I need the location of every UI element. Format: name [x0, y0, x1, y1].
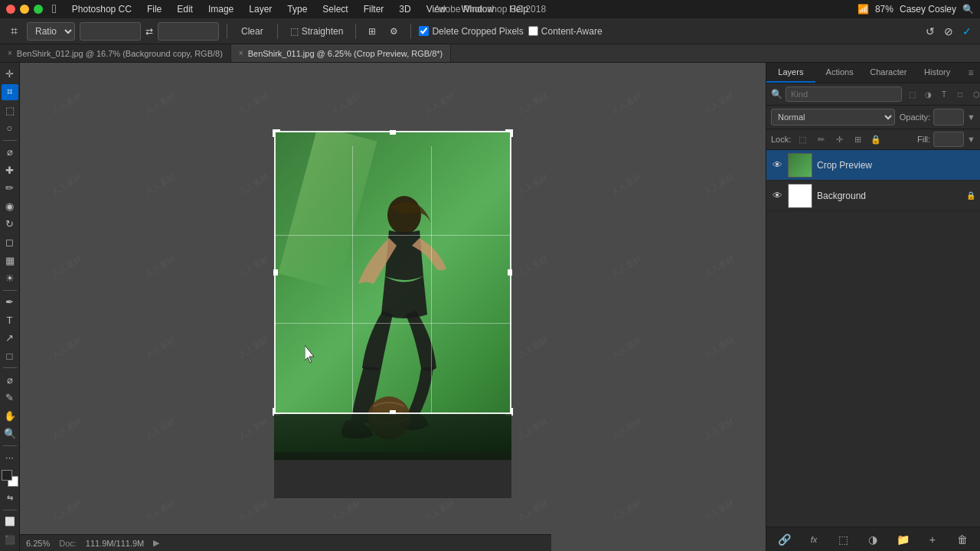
swap-icon[interactable]: ⇄ — [145, 26, 153, 37]
fill-input[interactable]: 100% — [933, 132, 964, 147]
menu-file[interactable]: File — [144, 4, 165, 15]
maximize-button[interactable] — [34, 5, 43, 14]
layer-background[interactable]: 👁 Background 🔒 — [766, 181, 980, 211]
quick-select-tool[interactable]: ⌀ — [2, 144, 18, 161]
clear-button[interactable]: Clear — [235, 24, 270, 38]
tab-2-close[interactable]: × — [239, 49, 243, 57]
menu-3d[interactable]: 3D — [396, 4, 413, 15]
lasso-tool[interactable]: ○ — [2, 120, 18, 137]
lock-all-btn[interactable]: 🔒 — [869, 132, 883, 146]
minimize-button[interactable] — [20, 5, 29, 14]
grid-icon: ⊞ — [368, 26, 376, 37]
healing-tool[interactable]: ✚ — [2, 161, 18, 178]
menu-type[interactable]: Type — [284, 4, 310, 15]
menu-image[interactable]: Image — [205, 4, 237, 15]
layers-search-input[interactable] — [786, 86, 902, 102]
cancel-crop-button[interactable]: ⊘ — [942, 23, 956, 40]
straighten-tool[interactable]: ⬚ Straighten — [286, 24, 348, 38]
filter-text-icon[interactable]: T — [937, 87, 951, 101]
lock-position-btn[interactable]: ✛ — [832, 132, 846, 146]
menu-select[interactable]: Select — [319, 4, 351, 15]
settings-btn[interactable]: ⚙ — [385, 24, 403, 38]
lock-transparent-btn[interactable]: ⬚ — [795, 132, 809, 146]
color-swatches[interactable] — [2, 470, 18, 487]
hand-tool[interactable]: ✋ — [2, 407, 18, 424]
content-aware-input[interactable] — [528, 26, 538, 36]
blend-mode-select[interactable]: Normal — [771, 109, 895, 126]
grid-overlay-btn[interactable]: ⊞ — [364, 24, 381, 38]
zoom-tool[interactable]: 🔍 — [2, 425, 18, 442]
search-menu-icon[interactable]: 🔍 — [962, 4, 974, 15]
path-selection-tool[interactable]: ↗ — [2, 330, 18, 347]
foreground-color-swatch[interactable] — [2, 470, 12, 481]
mask-btn[interactable]: ⬚ — [835, 530, 853, 549]
opacity-arrow[interactable]: ▼ — [967, 112, 975, 122]
tab-layers[interactable]: Layers — [766, 63, 815, 83]
filter-pixel-icon[interactable]: ⬚ — [905, 87, 919, 101]
tab-2[interactable]: × BenShirk_011.jpg @ 6.25% (Crop Preview… — [231, 44, 451, 62]
move-tool[interactable]: ✛ — [2, 66, 18, 83]
fill-arrow[interactable]: ▼ — [967, 135, 975, 144]
panel-menu-button[interactable]: ≡ — [962, 63, 980, 83]
ratio-select[interactable]: Ratio — [27, 22, 75, 41]
opacity-input[interactable]: 100% — [933, 109, 964, 126]
dodge-tool[interactable]: ☀ — [2, 270, 18, 287]
canvas-area[interactable]: 人人素材 人人素材 人人素材 人人素材 人人素材 人人素材 人人素材 人人素材 … — [20, 63, 766, 551]
search-icon: 🔍 — [771, 89, 782, 99]
layer-crop-preview[interactable]: 👁 Crop Preview — [766, 150, 980, 181]
status-arrow[interactable]: ▶ — [153, 538, 159, 548]
width-input[interactable] — [80, 22, 141, 41]
screen-mode-btn[interactable]: ⬛ — [2, 531, 18, 548]
link-layers-btn[interactable]: 🔗 — [775, 530, 793, 549]
crop-tool[interactable]: ⌗ — [2, 84, 18, 101]
image-canvas[interactable] — [274, 131, 511, 452]
menu-photoshop[interactable]: Photoshop CC — [69, 4, 135, 15]
filter-adjust-icon[interactable]: ◑ — [921, 87, 935, 101]
apple-menu[interactable]:  — [52, 2, 57, 16]
eyedropper-tool[interactable]: ⌀ — [2, 371, 18, 388]
shape-tool[interactable]: □ — [2, 348, 18, 365]
gradient-tool[interactable]: ▦ — [2, 252, 18, 269]
adjustment-btn[interactable]: ◑ — [864, 530, 882, 549]
canvas-document[interactable] — [266, 116, 519, 498]
note-tool[interactable]: ✎ — [2, 390, 18, 406]
brush-tool[interactable]: ✏ — [2, 180, 18, 197]
lock-image-btn[interactable]: ✏ — [814, 132, 828, 146]
delete-cropped-checkbox[interactable]: Delete Cropped Pixels — [419, 26, 523, 37]
swap-colors-btn[interactable]: ⇆ — [2, 490, 18, 507]
tab-character[interactable]: Character — [864, 63, 913, 83]
tab-1-close[interactable]: × — [8, 49, 12, 57]
layers-empty-space — [766, 211, 980, 527]
layer-background-visibility[interactable]: 👁 — [771, 190, 783, 202]
quick-mask-btn[interactable]: ⬜ — [2, 514, 18, 530]
new-layer-btn[interactable]: + — [923, 530, 942, 549]
more-tools-btn[interactable]: ··· — [2, 449, 18, 466]
text-tool[interactable]: T — [2, 311, 18, 328]
filter-shape-icon[interactable]: □ — [953, 87, 967, 101]
delete-layer-btn[interactable]: 🗑 — [953, 530, 972, 549]
marquee-tool[interactable]: ⬚ — [2, 102, 18, 119]
tab-history[interactable]: History — [913, 63, 962, 83]
close-button[interactable] — [6, 5, 15, 14]
lock-artboard-btn[interactable]: ⊞ — [851, 132, 864, 146]
fx-btn[interactable]: fx — [805, 530, 823, 549]
eraser-tool[interactable]: ◻ — [2, 234, 18, 251]
document-tabs: × BenShirk_012.jpg @ 16.7% (Background c… — [0, 44, 980, 63]
history-brush-tool[interactable]: ↻ — [2, 216, 18, 233]
layer-crop-preview-visibility[interactable]: 👁 — [771, 159, 783, 171]
menu-layer[interactable]: Layer — [246, 4, 275, 15]
menu-filter[interactable]: Filter — [361, 4, 387, 15]
stamp-tool[interactable]: ◉ — [2, 197, 18, 214]
tab-1[interactable]: × BenShirk_012.jpg @ 16.7% (Background c… — [0, 44, 231, 62]
group-btn[interactable]: 📁 — [893, 530, 912, 549]
user-name: Casey Cosley — [900, 4, 956, 15]
tab-actions[interactable]: Actions — [815, 63, 864, 83]
filter-smart-icon[interactable]: ⬡ — [969, 87, 980, 101]
pen-tool[interactable]: ✒ — [2, 294, 18, 311]
menu-edit[interactable]: Edit — [174, 4, 196, 15]
commit-crop-button[interactable]: ✓ — [960, 23, 974, 40]
reset-crop-button[interactable]: ↺ — [923, 23, 937, 40]
height-input[interactable] — [158, 22, 219, 41]
delete-cropped-input[interactable] — [419, 26, 429, 36]
content-aware-checkbox[interactable]: Content-Aware — [528, 26, 603, 37]
